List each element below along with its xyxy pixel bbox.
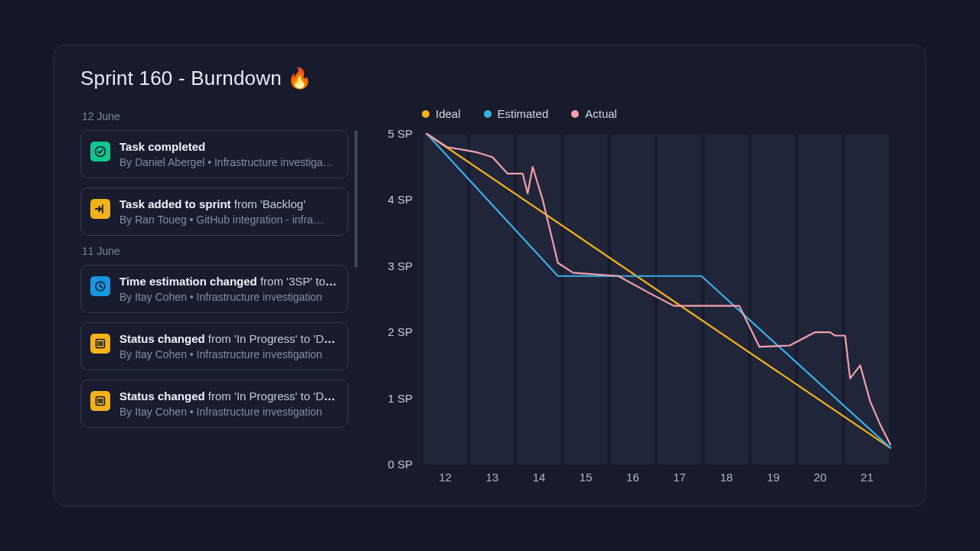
legend-item[interactable]: Actual [571, 107, 617, 120]
y-axis-tick-label: 1 SP [387, 392, 413, 405]
y-axis-tick-label: 2 SP [387, 325, 413, 338]
x-axis-tick-label: 19 [767, 471, 780, 484]
chart-grid-column [423, 134, 467, 465]
x-axis-tick-label: 13 [485, 471, 498, 484]
activity-byline: By Itay Cohen • Infrastructure investiga… [119, 291, 337, 303]
activity-card[interactable]: Status changed from 'In Progress' to 'De… [80, 322, 348, 370]
x-axis-tick-label: 14 [533, 471, 546, 484]
legend-dot-icon [422, 110, 430, 118]
chart-grid-column [845, 134, 889, 465]
chart-grid-column [658, 134, 701, 465]
panel-body: 12 June Task completed By Daniel Abergel… [80, 107, 900, 487]
activity-card[interactable]: Task completed By Daniel Abergel • Infra… [80, 130, 348, 178]
activity-byline: By Ran Toueg • GitHub integration - infr… [119, 214, 337, 226]
feed-scrollbar[interactable] [354, 130, 358, 268]
chart-grid-column [751, 134, 795, 465]
activity-byline: By Daniel Abergel • Infrastructure inves… [119, 156, 337, 168]
arrow-in-icon [90, 199, 110, 219]
legend-item[interactable]: Estimated [484, 107, 549, 120]
chart-legend: IdealEstimatedActual [379, 107, 900, 120]
panel-title: Sprint 160 - Burndown 🔥 [80, 67, 900, 90]
y-axis-tick-label: 0 SP [387, 458, 413, 471]
burndown-chart: 0 SP1 SP2 SP3 SP4 SP5 SP1213141516171819… [379, 129, 900, 491]
legend-dot-icon [571, 110, 579, 118]
legend-dot-icon [484, 110, 492, 118]
activity-card[interactable]: Task added to sprint from 'Backlog' By R… [80, 187, 348, 236]
x-axis-tick-label: 21 [861, 471, 874, 484]
chart-grid-column [470, 134, 514, 465]
x-axis-tick-label: 18 [720, 471, 733, 484]
list-icon [90, 334, 110, 354]
y-axis-tick-label: 4 SP [387, 193, 413, 206]
activity-byline: By Itay Cohen • Infrastructure investiga… [119, 406, 337, 418]
chart-area: IdealEstimatedActual 0 SP1 SP2 SP3 SP4 S… [379, 107, 900, 487]
x-axis-tick-label: 16 [626, 471, 639, 484]
clock-icon [90, 276, 110, 296]
chart-svg: 0 SP1 SP2 SP3 SP4 SP5 SP1213141516171819… [379, 129, 900, 487]
activity-title: Time estimation changed from '3SP' to '5… [119, 275, 337, 288]
chart-grid-column [611, 134, 655, 465]
activity-card[interactable]: Status changed from 'In Progress' to 'De… [80, 380, 348, 428]
y-axis-tick-label: 3 SP [387, 259, 413, 272]
activity-feed-list[interactable]: 12 June Task completed By Daniel Abergel… [80, 107, 356, 487]
activity-title: Status changed from 'In Progress' to 'De… [119, 332, 337, 345]
activity-title: Task added to sprint from 'Backlog' [119, 197, 337, 210]
burndown-panel: Sprint 160 - Burndown 🔥 12 June Task com… [54, 44, 926, 507]
chart-grid-column [564, 134, 608, 465]
activity-byline: By Itay Cohen • Infrastructure investiga… [119, 348, 337, 360]
activity-title: Task completed [119, 140, 337, 153]
y-axis-tick-label: 5 SP [387, 129, 413, 140]
activity-feed: 12 June Task completed By Daniel Abergel… [80, 107, 356, 487]
activity-title: Status changed from 'In Progress' to 'De… [119, 390, 337, 403]
legend-label: Ideal [436, 107, 461, 120]
x-axis-tick-label: 12 [439, 471, 452, 484]
legend-label: Actual [585, 107, 617, 120]
chart-grid-column [517, 134, 560, 465]
x-axis-tick-label: 15 [580, 471, 593, 484]
chart-grid-column [799, 134, 842, 465]
activity-card[interactable]: Time estimation changed from '3SP' to '5… [80, 265, 348, 313]
legend-label: Estimated [498, 107, 549, 120]
activity-date-header: 12 June [82, 110, 347, 122]
legend-item[interactable]: Ideal [422, 107, 461, 120]
x-axis-tick-label: 17 [673, 471, 686, 484]
x-axis-tick-label: 20 [814, 471, 827, 484]
activity-date-header: 11 June [82, 245, 347, 257]
list-icon [90, 391, 110, 411]
check-icon [90, 142, 110, 161]
